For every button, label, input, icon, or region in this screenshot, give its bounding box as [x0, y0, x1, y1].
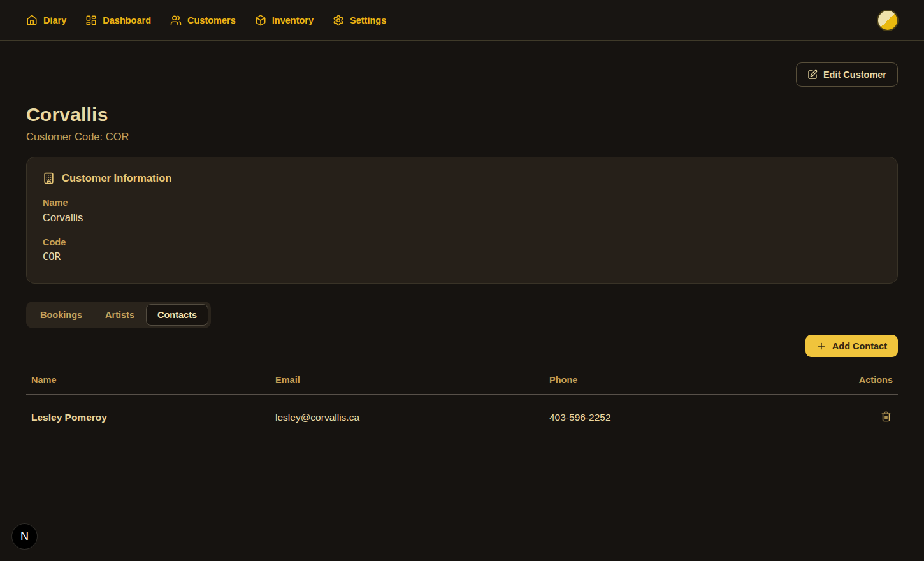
users-icon — [170, 15, 182, 26]
card-header: Customer Information — [43, 172, 881, 184]
trash-icon — [881, 411, 892, 422]
edit-icon — [807, 69, 818, 80]
column-header-phone: Phone — [544, 368, 837, 395]
gear-icon — [333, 15, 344, 26]
column-header-actions: Actions — [837, 368, 898, 395]
edit-customer-button[interactable]: Edit Customer — [796, 62, 898, 87]
table-header-row: Name Email Phone Actions — [26, 368, 898, 395]
nav-label: Dashboard — [103, 15, 151, 26]
dashboard-icon — [85, 15, 97, 26]
field-code: Code COR — [43, 237, 881, 263]
nav-label: Settings — [350, 15, 386, 26]
nav-item-settings[interactable]: Settings — [333, 15, 386, 26]
field-label: Code — [43, 237, 881, 247]
nav-label: Inventory — [272, 15, 314, 26]
table-row: Lesley Pomeroy lesley@corvallis.ca 403-5… — [26, 395, 898, 441]
nav-label: Diary — [43, 15, 66, 26]
page-actions: Edit Customer — [26, 62, 898, 87]
customer-information-card: Customer Information Name Corvallis Code… — [26, 157, 898, 284]
field-value: Corvallis — [43, 212, 881, 224]
nav-item-inventory[interactable]: Inventory — [255, 15, 314, 26]
nextjs-logo: N — [20, 530, 29, 543]
delete-contact-button[interactable] — [879, 410, 893, 423]
customer-code-subtitle: Customer Code: COR — [26, 131, 898, 143]
main-content: Edit Customer Corvallis Customer Code: C… — [0, 62, 924, 440]
nav-item-diary[interactable]: Diary — [26, 15, 66, 26]
contact-name: Lesley Pomeroy — [26, 395, 270, 441]
package-icon — [255, 15, 266, 26]
tab-bar: Bookings Artists Contacts — [26, 302, 211, 328]
plus-icon — [816, 341, 827, 351]
card-title: Customer Information — [62, 172, 171, 184]
nav-label: Customers — [187, 15, 236, 26]
nav-item-customers[interactable]: Customers — [170, 15, 236, 26]
tab-artists[interactable]: Artists — [94, 304, 146, 326]
field-value: COR — [43, 251, 881, 263]
building-icon — [43, 172, 55, 184]
add-contact-button[interactable]: Add Contact — [805, 335, 898, 357]
field-name: Name Corvallis — [43, 198, 881, 224]
column-header-email: Email — [270, 368, 544, 395]
user-avatar[interactable] — [878, 11, 897, 30]
column-header-name: Name — [26, 368, 270, 395]
contacts-actions: Add Contact — [26, 335, 898, 357]
contacts-table: Name Email Phone Actions Lesley Pomeroy … — [26, 368, 898, 440]
nextjs-dev-badge[interactable]: N — [12, 524, 37, 549]
top-navigation: Diary Dashboard Customers — [0, 0, 924, 41]
tab-contacts[interactable]: Contacts — [146, 304, 208, 326]
field-label: Name — [43, 198, 881, 208]
add-contact-label: Add Contact — [832, 341, 887, 351]
edit-customer-label: Edit Customer — [823, 69, 886, 80]
nav-item-dashboard[interactable]: Dashboard — [85, 15, 151, 26]
page-title: Corvallis — [26, 104, 898, 126]
tab-bookings[interactable]: Bookings — [29, 304, 94, 326]
home-icon — [26, 15, 38, 26]
contact-email: lesley@corvallis.ca — [270, 395, 544, 441]
contact-phone: 403-596-2252 — [544, 395, 837, 441]
